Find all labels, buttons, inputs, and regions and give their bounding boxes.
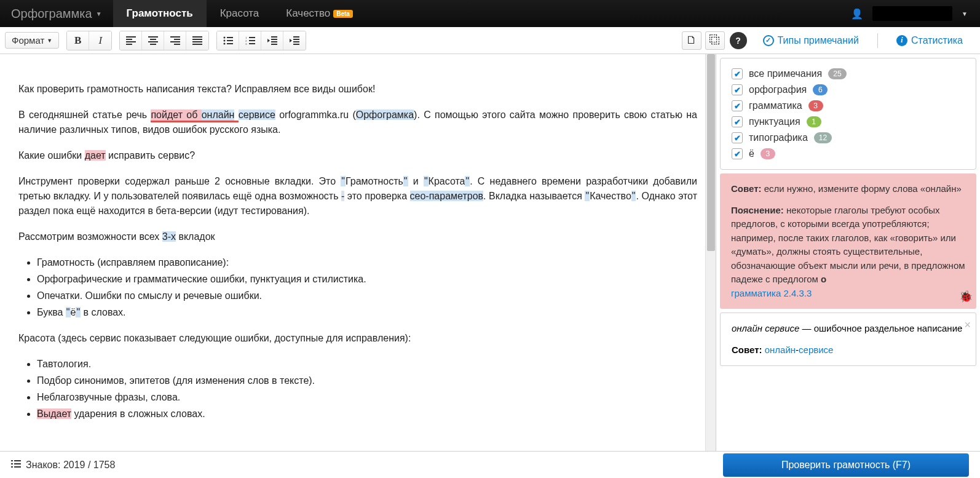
count-badge: 25 xyxy=(828,68,846,79)
list-item: Выдает ударения в сложных словах. xyxy=(37,407,697,421)
number-list-button[interactable]: 123 xyxy=(239,31,261,50)
nav-tabs: Грамотность Красота Качество Beta xyxy=(113,0,366,27)
list-item: Тавтология. xyxy=(37,357,697,372)
svg-text:3: 3 xyxy=(245,42,247,45)
align-left-button[interactable] xyxy=(120,31,142,50)
new-doc-button[interactable]: 🗋 xyxy=(682,31,701,50)
list-item: Неблагозвучные фразы, слова. xyxy=(37,390,697,405)
chevron-down-icon[interactable]: ▼ xyxy=(962,10,968,17)
char-count: Знаков: 2019 / 1758 xyxy=(11,460,115,471)
suggestion-link[interactable]: сервисе xyxy=(799,345,833,355)
checkbox[interactable] xyxy=(732,132,743,143)
checkbox[interactable] xyxy=(732,68,743,79)
editor-toolbar: Формат ▼ B I 123 🗋 ⿻ ? ✓ Типы примечаний… xyxy=(0,27,980,54)
check-circle-icon: ✓ xyxy=(763,35,774,46)
chevron-down-icon: ▼ xyxy=(47,38,52,44)
badge-beta: Beta xyxy=(333,10,353,18)
svg-point-1 xyxy=(223,39,225,41)
count-badge: 6 xyxy=(813,84,828,95)
highlight-error[interactable]: пойдет об онлайн xyxy=(151,110,234,122)
brand-name: Орфограммка xyxy=(11,7,92,21)
filter-yo[interactable]: ё3 xyxy=(732,146,965,162)
filter-punctuation[interactable]: пунктуация1 xyxy=(732,114,965,130)
divider xyxy=(877,33,878,48)
topbar-right: 👤 ▼ xyxy=(851,0,980,27)
count-badge: 3 xyxy=(761,148,775,159)
check-button[interactable]: Проверить грамотность (F7) xyxy=(723,453,969,477)
chevron-down-icon: ▼ xyxy=(96,10,102,17)
align-right-button[interactable] xyxy=(164,31,186,50)
count-badge: 12 xyxy=(814,132,832,143)
brand-menu[interactable]: Орфограммка ▼ xyxy=(0,0,113,27)
filter-typography[interactable]: типографика12 xyxy=(732,130,965,146)
rule-link[interactable]: грамматика 2.4.3.3 xyxy=(731,288,812,298)
paragraph: Какие ошибки дает исправить сервис? xyxy=(18,148,697,163)
format-dropdown[interactable]: Формат ▼ xyxy=(5,32,59,49)
user-icon[interactable]: 👤 xyxy=(851,8,863,20)
checkbox[interactable] xyxy=(732,100,743,111)
close-icon[interactable]: × xyxy=(964,317,971,333)
align-center-button[interactable] xyxy=(142,31,164,50)
user-name[interactable] xyxy=(872,6,952,21)
note-types-link[interactable]: ✓ Типы примечаний xyxy=(763,35,859,46)
tab-grammar[interactable]: Грамотность xyxy=(113,0,207,27)
text-editor[interactable]: Как проверить грамотность написания текс… xyxy=(0,54,716,451)
align-justify-button[interactable] xyxy=(186,31,208,50)
status-bar: Знаков: 2019 / 1758 Проверить грамотност… xyxy=(0,451,980,478)
bullet-list: Грамотность (исправляем правописание): О… xyxy=(37,255,697,320)
count-badge: 3 xyxy=(808,100,823,111)
scrollbar-thumb[interactable] xyxy=(707,54,715,251)
bullet-list: Тавтология. Подбор синонимов, эпитетов (… xyxy=(37,357,697,421)
help-button[interactable]: ? xyxy=(730,32,747,49)
stats-link[interactable]: i Статистика xyxy=(896,35,963,46)
filter-all[interactable]: все примечания25 xyxy=(732,66,965,82)
count-badge: 1 xyxy=(807,116,821,127)
list-item: Подбор синонимов, эпитетов (для изменени… xyxy=(37,373,697,388)
checkbox[interactable] xyxy=(732,116,743,127)
highlight-blue[interactable]: Орфограмка xyxy=(356,110,414,120)
topbar: Орфограммка ▼ Грамотность Красота Качест… xyxy=(0,0,980,27)
paragraph: Рассмотрим возможности всех 3-х вкладок xyxy=(18,229,697,244)
note-filters: все примечания25 орфография6 грамматика3… xyxy=(720,58,976,170)
paragraph: Красота (здесь сервис показывает следующ… xyxy=(18,331,697,346)
list-icon xyxy=(11,460,21,471)
paragraph: В сегодняшней статье речь пойдет об онла… xyxy=(18,108,697,137)
highlight-error[interactable]: Выдает xyxy=(37,408,71,419)
info-icon: i xyxy=(896,35,907,46)
outdent-button[interactable] xyxy=(261,31,283,50)
bug-icon[interactable]: 🐞 xyxy=(959,289,973,305)
highlight-blue[interactable]: сео-параметров xyxy=(410,191,483,201)
highlight-error[interactable]: дает xyxy=(85,150,106,161)
sidebar: все примечания25 орфография6 грамматика3… xyxy=(716,54,980,451)
indent-button[interactable] xyxy=(283,31,306,50)
copy-button[interactable]: ⿻ xyxy=(705,31,725,50)
italic-button[interactable]: I xyxy=(89,31,111,50)
paragraph: Инструмент проверки содержал раньше 2 ос… xyxy=(18,174,697,218)
highlight-blue[interactable]: сервисе xyxy=(239,110,275,120)
paragraph: Как проверить грамотность написания текс… xyxy=(18,82,697,97)
filter-grammar[interactable]: грамматика3 xyxy=(732,98,965,114)
editor-wrap: Как проверить грамотность написания текс… xyxy=(0,54,716,451)
highlight-blue[interactable]: 3-х xyxy=(162,231,176,242)
list-item: Буква "ё" в словах. xyxy=(37,305,697,320)
suggestion-link[interactable]: онлайн xyxy=(765,345,796,355)
tab-beauty[interactable]: Красота xyxy=(207,0,273,27)
list-item: Орфографические и грамматические ошибки,… xyxy=(37,272,697,287)
scrollbar[interactable] xyxy=(705,54,716,451)
svg-point-0 xyxy=(223,36,225,38)
bullet-list-button[interactable] xyxy=(217,31,239,50)
main-content: Как проверить грамотность написания текс… xyxy=(0,54,980,451)
bold-button[interactable]: B xyxy=(67,31,89,50)
list-item: Грамотность (исправляем правописание): xyxy=(37,255,697,270)
checkbox[interactable] xyxy=(732,84,743,95)
note-card[interactable]: × онлайн сервисе — ошибочное раздельное … xyxy=(720,313,976,366)
filter-spelling[interactable]: орфография6 xyxy=(732,82,965,98)
svg-point-2 xyxy=(223,42,225,44)
note-card-active[interactable]: Совет: если нужно, измените форму слова … xyxy=(720,173,976,309)
list-item: Опечатки. Ошибки по смыслу и речевые оши… xyxy=(37,289,697,303)
tab-quality[interactable]: Качество Beta xyxy=(272,0,366,27)
checkbox[interactable] xyxy=(732,148,743,159)
